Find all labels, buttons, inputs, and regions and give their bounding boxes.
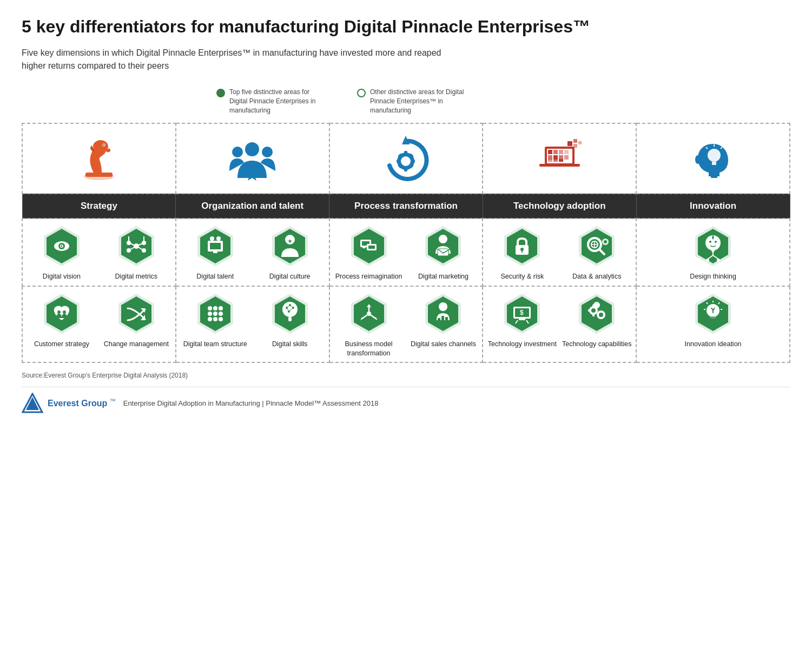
everest-group-logo-icon xyxy=(22,393,43,413)
org-row1: Digital talent Digital culture xyxy=(176,219,329,286)
svg-rect-174 xyxy=(592,314,595,316)
svg-rect-31 xyxy=(548,159,552,162)
page-title: 5 key differentiators for manufacturing … xyxy=(22,16,790,37)
item-digital-skills: Digital skills xyxy=(254,293,326,349)
customer-strategy-hex xyxy=(42,293,81,336)
sub-row-1: Digital vision xyxy=(22,219,790,286)
item-digital-vision: Digital vision xyxy=(26,226,97,281)
main-table: Strategy Organization and talent Process… xyxy=(22,123,790,363)
chess-knight-icon xyxy=(75,136,123,184)
svg-rect-81 xyxy=(368,246,375,249)
digital-sales-channels-hex xyxy=(424,293,463,336)
svg-rect-156 xyxy=(441,316,444,322)
svg-rect-68 xyxy=(210,243,221,249)
digital-skills-hex xyxy=(270,293,309,336)
svg-rect-35 xyxy=(573,139,577,143)
svg-point-105 xyxy=(715,241,717,243)
svg-rect-25 xyxy=(559,150,563,154)
svg-point-11 xyxy=(401,156,411,166)
svg-rect-71 xyxy=(213,252,217,253)
top-icon-tech xyxy=(483,123,636,194)
svg-rect-34 xyxy=(567,141,572,146)
svg-point-4 xyxy=(103,144,104,146)
innovation-row1: Design thinking xyxy=(636,219,790,286)
svg-point-129 xyxy=(213,317,217,321)
svg-point-100 xyxy=(604,240,607,243)
item-business-model-transformation: Business model transformation xyxy=(333,293,405,358)
header-org: Organization and talent xyxy=(176,194,329,219)
svg-rect-45 xyxy=(711,176,717,178)
svg-rect-29 xyxy=(559,155,563,160)
svg-point-110 xyxy=(717,259,720,262)
technology-capabilities-hex xyxy=(577,293,616,336)
tech-row2: $ Technology investment xyxy=(483,286,636,363)
svg-rect-173 xyxy=(592,305,595,307)
svg-point-154 xyxy=(439,302,447,311)
svg-rect-13 xyxy=(404,167,407,171)
footer-tagline: Enterprise Digital Adoption in Manufactu… xyxy=(123,399,379,407)
svg-rect-33 xyxy=(559,159,563,162)
svg-rect-14 xyxy=(397,160,401,163)
legend-filled-icon xyxy=(216,89,225,97)
digital-metrics-hex xyxy=(117,226,156,269)
svg-point-130 xyxy=(219,317,223,321)
subtitle: Five key dimensions in which Digital Pin… xyxy=(22,47,444,72)
svg-point-5 xyxy=(232,147,243,157)
svg-point-111 xyxy=(711,249,715,252)
svg-rect-1 xyxy=(85,173,113,177)
digital-culture-hex xyxy=(270,226,309,269)
svg-rect-36 xyxy=(573,144,577,148)
svg-point-104 xyxy=(709,241,711,243)
svg-rect-41 xyxy=(712,163,716,165)
item-digital-metrics: Digital metrics xyxy=(101,226,172,281)
sub-row-2: Customer strategy Change manageme xyxy=(22,286,790,363)
svg-rect-23 xyxy=(548,150,552,154)
item-design-thinking: Design thinking xyxy=(690,226,736,281)
source-text: Source:Everest Group's Enterprise Digita… xyxy=(22,372,790,379)
legend-outline-icon xyxy=(357,89,366,97)
svg-point-125 xyxy=(208,312,212,316)
header-row: Strategy Organization and talent Process… xyxy=(22,194,790,219)
svg-point-69 xyxy=(210,236,214,241)
item-change-management: Change management xyxy=(101,293,172,349)
header-tech: Technology adoption xyxy=(483,194,636,219)
svg-rect-82 xyxy=(362,247,366,248)
item-security-risk: Security & risk xyxy=(486,226,558,281)
design-thinking-hex xyxy=(694,226,732,269)
svg-point-123 xyxy=(213,306,217,310)
svg-point-114 xyxy=(57,310,61,314)
svg-rect-37 xyxy=(578,141,582,144)
header-process: Process transformation xyxy=(329,194,483,219)
svg-point-90 xyxy=(520,248,524,251)
business-model-transformation-hex xyxy=(349,293,388,336)
people-star-icon xyxy=(227,136,278,184)
item-digital-culture: Digital culture xyxy=(254,226,326,281)
svg-point-124 xyxy=(219,306,223,310)
gear-arrows-icon xyxy=(381,136,430,184)
svg-point-7 xyxy=(245,142,259,156)
svg-rect-27 xyxy=(548,155,552,160)
footer-logo: Everest Group ™ xyxy=(22,393,116,413)
security-risk-hex xyxy=(503,226,542,269)
svg-point-38 xyxy=(695,155,701,164)
footer: Everest Group ™ Enterprise Digital Adopt… xyxy=(22,387,790,413)
process-reimagination-hex xyxy=(349,226,388,269)
header-strategy: Strategy xyxy=(22,194,176,219)
svg-point-171 xyxy=(599,313,603,317)
svg-rect-175 xyxy=(588,309,590,312)
svg-point-122 xyxy=(208,306,212,310)
svg-rect-30 xyxy=(564,155,569,160)
svg-point-2 xyxy=(93,140,108,153)
svg-point-51 xyxy=(61,245,62,247)
svg-point-126 xyxy=(213,312,217,316)
svg-point-6 xyxy=(262,147,273,157)
svg-rect-28 xyxy=(553,155,558,160)
svg-point-127 xyxy=(219,312,223,316)
svg-rect-32 xyxy=(553,159,558,162)
svg-rect-12 xyxy=(404,151,407,155)
svg-point-70 xyxy=(216,236,221,241)
digital-team-structure-hex xyxy=(196,293,235,336)
svg-point-169 xyxy=(591,308,596,313)
svg-point-128 xyxy=(208,317,212,321)
laptop-pixels-icon xyxy=(534,136,585,184)
